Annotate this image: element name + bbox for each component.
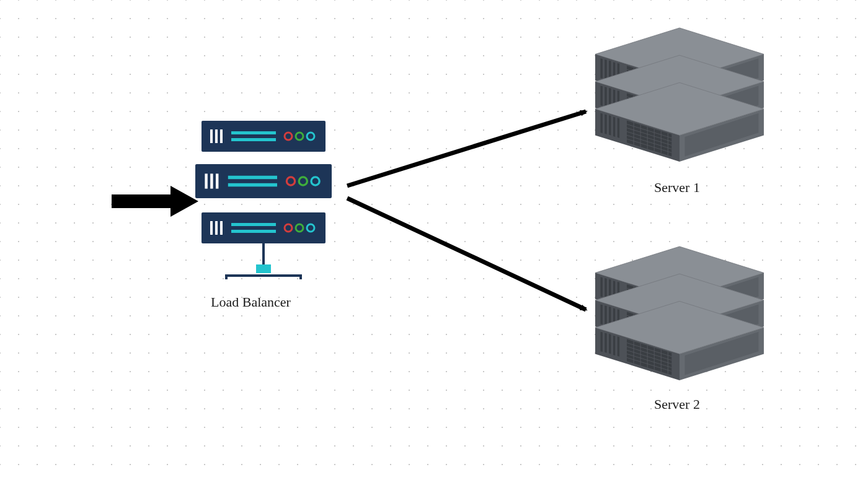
arrow-to-server2-icon xyxy=(347,198,586,310)
server2-icon xyxy=(595,247,764,380)
incoming-arrow-icon xyxy=(112,186,198,217)
diagram-canvas: Load Balancer Server 1 Server 2 xyxy=(0,0,868,480)
load-balancer-label: Load Balancer xyxy=(211,294,291,310)
server1-icon xyxy=(595,28,764,162)
server2-label: Server 2 xyxy=(654,396,700,412)
load-balancer-icon xyxy=(195,121,332,279)
svg-rect-34 xyxy=(256,264,271,273)
server1-label: Server 1 xyxy=(654,180,700,196)
arrow-to-server1-icon xyxy=(347,111,586,186)
diagram-svg xyxy=(0,0,868,480)
svg-marker-32 xyxy=(170,186,198,217)
